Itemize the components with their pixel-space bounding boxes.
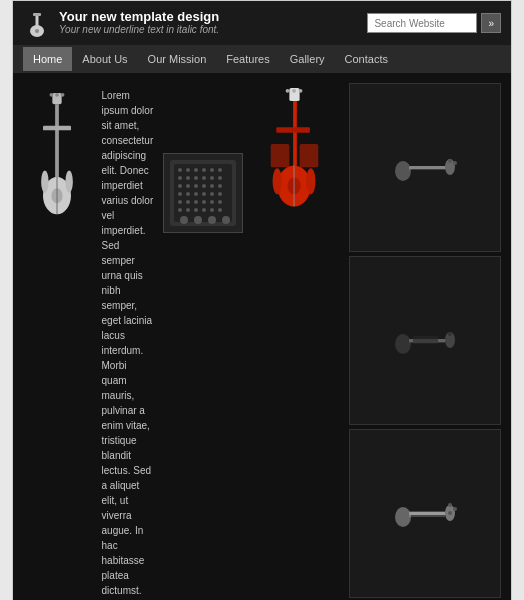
search-button[interactable]: » (481, 13, 501, 33)
svg-point-77 (395, 334, 411, 354)
svg-point-37 (194, 192, 198, 196)
hero-text: Lorem ipsum dolor sit amet, consectetur … (102, 83, 154, 598)
nav-item-gallery[interactable]: Gallery (280, 47, 335, 71)
search-input[interactable] (367, 13, 477, 33)
svg-point-70 (395, 161, 411, 181)
svg-point-29 (178, 184, 182, 188)
svg-point-36 (186, 192, 190, 196)
svg-point-63 (306, 168, 315, 194)
red-guitar-image (249, 83, 339, 233)
svg-point-14 (61, 93, 65, 97)
svg-point-13 (55, 93, 59, 97)
svg-point-88 (453, 507, 457, 511)
svg-point-53 (180, 216, 188, 224)
svg-point-55 (208, 216, 216, 224)
svg-point-73 (448, 159, 452, 163)
svg-point-33 (210, 184, 214, 188)
nav-item-home[interactable]: Home (23, 47, 72, 71)
nav-item-mission[interactable]: Our Mission (138, 47, 217, 71)
svg-point-52 (218, 208, 222, 212)
hero-section: Lorem ipsum dolor sit amet, consectetur … (13, 73, 511, 600)
svg-point-17 (178, 168, 182, 172)
svg-point-34 (218, 184, 222, 188)
svg-point-67 (298, 89, 302, 93)
svg-rect-68 (270, 144, 289, 167)
brand-text: Your new template design Your new underl… (59, 9, 219, 35)
svg-point-10 (66, 170, 73, 192)
svg-point-46 (218, 200, 222, 204)
svg-point-50 (202, 208, 206, 212)
svg-rect-64 (276, 127, 310, 133)
svg-point-45 (210, 200, 214, 204)
svg-rect-69 (299, 144, 318, 167)
left-guitar-image (23, 83, 92, 243)
svg-point-87 (448, 503, 452, 507)
header-brand: Your new template design Your new underl… (23, 9, 219, 45)
guitar-thumb-3 (349, 429, 501, 598)
svg-point-39 (210, 192, 214, 196)
svg-point-48 (186, 208, 190, 212)
svg-point-32 (202, 184, 206, 188)
svg-point-23 (178, 176, 182, 180)
svg-point-18 (186, 168, 190, 172)
svg-point-31 (194, 184, 198, 188)
svg-point-74 (453, 161, 457, 165)
nav-bar: Home About Us Our Mission Features Galle… (13, 45, 511, 73)
svg-point-40 (218, 192, 222, 196)
svg-point-49 (194, 208, 198, 212)
svg-point-20 (202, 168, 206, 172)
svg-point-56 (222, 216, 230, 224)
svg-point-35 (178, 192, 182, 196)
svg-point-28 (218, 176, 222, 180)
svg-point-41 (178, 200, 182, 204)
svg-point-80 (448, 332, 452, 336)
svg-point-24 (186, 176, 190, 180)
svg-point-44 (202, 200, 206, 204)
svg-point-51 (210, 208, 214, 212)
svg-point-19 (194, 168, 198, 172)
svg-point-21 (210, 168, 214, 172)
guitar-thumb-2 (349, 256, 501, 425)
nav-item-about[interactable]: About Us (72, 47, 137, 71)
nav-item-features[interactable]: Features (216, 47, 279, 71)
svg-rect-5 (55, 104, 59, 179)
svg-rect-11 (43, 126, 71, 131)
svg-point-47 (178, 208, 182, 212)
svg-rect-2 (33, 13, 41, 16)
svg-point-42 (186, 200, 190, 204)
svg-point-89 (448, 511, 452, 515)
guitar-thumb-1 (349, 83, 501, 252)
svg-point-25 (194, 176, 198, 180)
svg-point-12 (50, 93, 54, 97)
svg-point-27 (210, 176, 214, 180)
svg-point-62 (272, 168, 281, 194)
brand-subtitle: Your new underline text in italic font. (59, 24, 219, 35)
svg-point-65 (285, 89, 289, 93)
svg-point-22 (218, 168, 222, 172)
brand-title: Your new template design (59, 9, 219, 24)
header: Your new template design Your new underl… (13, 1, 511, 45)
svg-point-54 (194, 216, 202, 224)
svg-point-30 (186, 184, 190, 188)
hero-right-thumbnails (349, 83, 501, 598)
svg-point-43 (194, 200, 198, 204)
svg-point-26 (202, 176, 206, 180)
guitar-logo-icon (23, 11, 51, 45)
search-area: » (367, 13, 501, 33)
nav-item-contacts[interactable]: Contacts (335, 47, 398, 71)
svg-rect-58 (293, 101, 297, 166)
site-wrapper: Your new template design Your new underl… (12, 0, 512, 600)
amp-image (163, 153, 243, 233)
svg-point-3 (35, 29, 39, 33)
svg-point-9 (41, 170, 48, 192)
svg-point-84 (395, 507, 411, 527)
svg-point-66 (292, 89, 296, 93)
svg-point-38 (202, 192, 206, 196)
